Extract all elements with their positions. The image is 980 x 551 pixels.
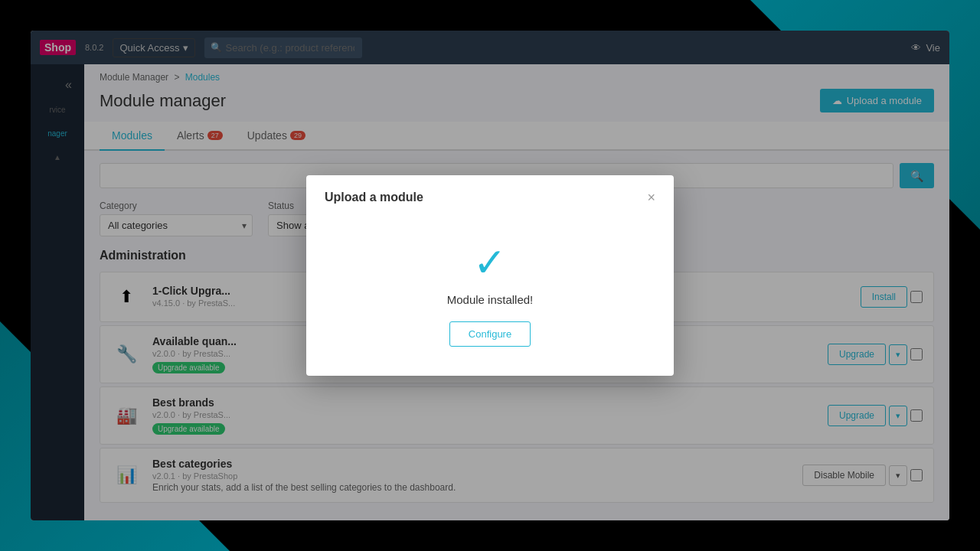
modal-close-button[interactable]: × [647,191,655,204]
success-checkmark-icon: ✓ [473,243,507,282]
modal-body: ✓ Module installed! Configure [325,227,655,354]
modal-header: Upload a module × [325,191,655,204]
modal-title: Upload a module [325,191,423,204]
configure-button[interactable]: Configure [449,321,531,347]
upload-module-modal: Upload a module × ✓ Module installed! Co… [306,175,674,376]
success-message: Module installed! [447,293,534,306]
modal-overlay[interactable]: Upload a module × ✓ Module installed! Co… [0,0,980,551]
